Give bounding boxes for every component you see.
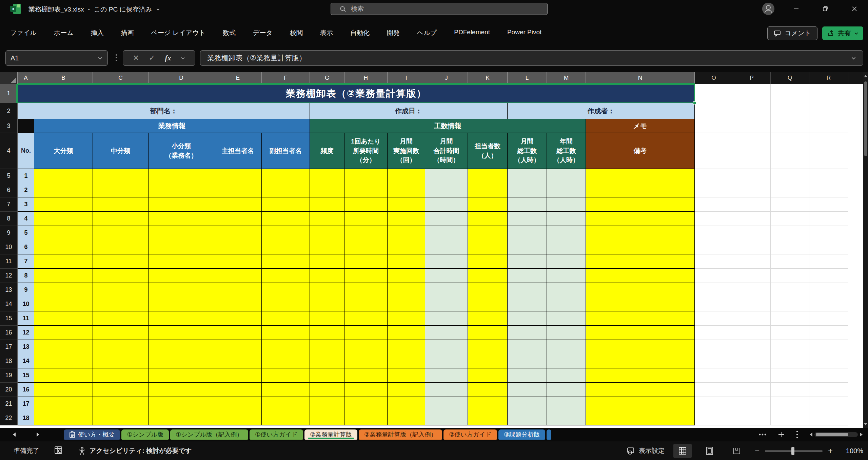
cell-A18[interactable]: 14 xyxy=(18,354,34,368)
minimize-button[interactable] xyxy=(785,0,807,18)
empty-cell-P2[interactable] xyxy=(733,103,771,119)
cell-H16[interactable] xyxy=(344,326,388,340)
cell-H22[interactable] xyxy=(344,411,388,425)
cell-L17[interactable] xyxy=(508,340,547,354)
empty-cell-O3[interactable] xyxy=(695,119,733,133)
empty-cell-P9[interactable] xyxy=(733,226,771,240)
cell-I16[interactable] xyxy=(388,326,425,340)
empty-cell-Q12[interactable] xyxy=(771,269,809,283)
cell-H11[interactable] xyxy=(344,254,388,269)
row-header-22[interactable]: 22 xyxy=(0,411,18,425)
empty-cell-R14[interactable] xyxy=(809,297,848,311)
empty-cell-P20[interactable] xyxy=(733,383,771,397)
cell-M5[interactable] xyxy=(547,169,586,183)
empty-cell-R21[interactable] xyxy=(809,397,848,411)
row-header-21[interactable]: 21 xyxy=(0,397,18,411)
cell-K11[interactable] xyxy=(468,254,508,269)
cell-J7[interactable] xyxy=(425,197,468,212)
empty-cell-O22[interactable] xyxy=(695,411,733,425)
cell-D18[interactable] xyxy=(149,354,214,368)
cell-M7[interactable] xyxy=(547,197,586,212)
empty-cell-Q18[interactable] xyxy=(771,354,809,368)
cell-title-A1[interactable]: 業務棚卸表（②業務量計算版） xyxy=(18,84,695,103)
cell-I21[interactable] xyxy=(388,397,425,411)
cell-A19[interactable]: 15 xyxy=(18,368,34,383)
cell-I15[interactable] xyxy=(388,311,425,326)
cell-J22[interactable] xyxy=(425,411,468,425)
cell-K22[interactable] xyxy=(468,411,508,425)
name-box-chevron-icon[interactable] xyxy=(98,56,103,61)
saved-status[interactable]: この PC に保存済み xyxy=(94,5,152,14)
cell-I5[interactable] xyxy=(388,169,425,183)
ribbon-tab-11[interactable]: ヘルプ xyxy=(416,26,437,39)
cell-A16[interactable]: 12 xyxy=(18,326,34,340)
cell-B21[interactable] xyxy=(34,397,93,411)
cell-L12[interactable] xyxy=(508,269,547,283)
sheet-tab-0[interactable]: 使い方・概要 xyxy=(64,429,120,440)
zoom-track[interactable] xyxy=(765,451,823,452)
formula-input[interactable] xyxy=(207,54,851,62)
cell-K10[interactable] xyxy=(468,240,508,254)
column-header-cell-N4[interactable]: 備考 xyxy=(586,133,695,169)
close-button[interactable] xyxy=(844,0,865,18)
cell-D15[interactable] xyxy=(149,311,214,326)
cell-G20[interactable] xyxy=(310,383,344,397)
column-header-cell-C4[interactable]: 中分類 xyxy=(93,133,149,169)
column-header-cell-E4[interactable]: 主担当者名 xyxy=(214,133,262,169)
cell-I8[interactable] xyxy=(388,212,425,226)
empty-cell-R20[interactable] xyxy=(809,383,848,397)
cell-A8[interactable]: 4 xyxy=(18,212,34,226)
cell-B16[interactable] xyxy=(34,326,93,340)
row-header-14[interactable]: 14 xyxy=(0,297,18,311)
cell-M11[interactable] xyxy=(547,254,586,269)
cell-F9[interactable] xyxy=(262,226,310,240)
empty-cell-O10[interactable] xyxy=(695,240,733,254)
column-header-H[interactable]: H xyxy=(344,72,388,84)
cell-M13[interactable] xyxy=(547,283,586,297)
sheet-tab-5[interactable]: ②業務量計算版（記入例） xyxy=(359,429,442,440)
cell-C14[interactable] xyxy=(93,297,149,311)
cell-B11[interactable] xyxy=(34,254,93,269)
empty-cell-P1[interactable] xyxy=(733,84,771,103)
cell-K8[interactable] xyxy=(468,212,508,226)
cell-I10[interactable] xyxy=(388,240,425,254)
empty-cell-P19[interactable] xyxy=(733,368,771,383)
row-header-13[interactable]: 13 xyxy=(0,283,18,297)
cell-E5[interactable] xyxy=(214,169,262,183)
name-box[interactable]: A1 xyxy=(5,50,108,66)
cell-J16[interactable] xyxy=(425,326,468,340)
horizontal-scrollbar[interactable] xyxy=(810,432,863,437)
cell-K21[interactable] xyxy=(468,397,508,411)
empty-cell-O11[interactable] xyxy=(695,254,733,269)
cell-E14[interactable] xyxy=(214,297,262,311)
cell-H14[interactable] xyxy=(344,297,388,311)
cell-F6[interactable] xyxy=(262,183,310,197)
empty-cell-Q10[interactable] xyxy=(771,240,809,254)
cell-D5[interactable] xyxy=(149,169,214,183)
cell-D7[interactable] xyxy=(149,197,214,212)
cell-J20[interactable] xyxy=(425,383,468,397)
empty-cell-R15[interactable] xyxy=(809,311,848,326)
cell-L19[interactable] xyxy=(508,368,547,383)
cell-A9[interactable]: 5 xyxy=(18,226,34,240)
cell-G13[interactable] xyxy=(310,283,344,297)
cell-C7[interactable] xyxy=(93,197,149,212)
column-header-cell-G4[interactable]: 頻度 xyxy=(310,133,344,169)
cell-F17[interactable] xyxy=(262,340,310,354)
cell-M9[interactable] xyxy=(547,226,586,240)
empty-cell-P5[interactable] xyxy=(733,169,771,183)
cell-B5[interactable] xyxy=(34,169,93,183)
cell-H20[interactable] xyxy=(344,383,388,397)
cell-C18[interactable] xyxy=(93,354,149,368)
empty-cell-P14[interactable] xyxy=(733,297,771,311)
cell-G22[interactable] xyxy=(310,411,344,425)
group-header-workload-info[interactable]: 工数情報 xyxy=(310,119,586,133)
cell-A21[interactable]: 17 xyxy=(18,397,34,411)
fx-chevron-icon[interactable] xyxy=(181,56,185,60)
cell-C8[interactable] xyxy=(93,212,149,226)
cell-G21[interactable] xyxy=(310,397,344,411)
cancel-entry-icon[interactable]: ✕ xyxy=(133,54,139,62)
cell-J13[interactable] xyxy=(425,283,468,297)
sheet-tab-4[interactable]: ②業務量計算版 xyxy=(304,429,357,440)
sheet-tab-6[interactable]: ②使い方ガイド xyxy=(443,429,497,440)
